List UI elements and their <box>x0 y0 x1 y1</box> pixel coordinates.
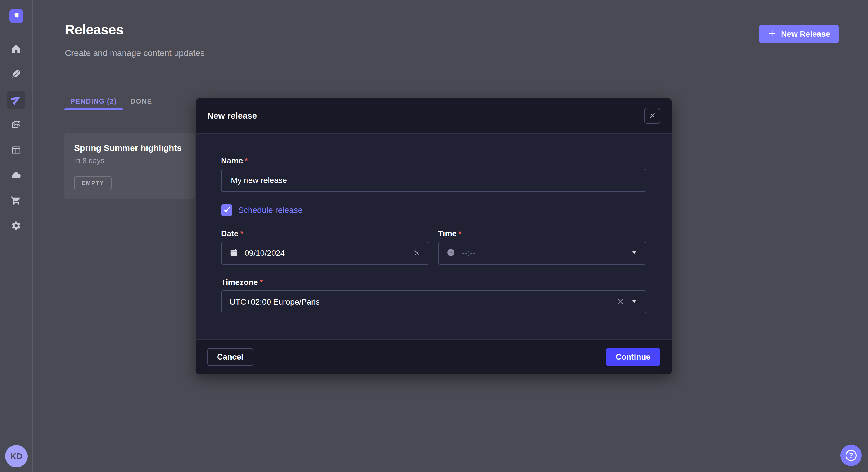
time-field-group: Time* --:-- <box>438 229 646 265</box>
schedule-release-label: Schedule release <box>238 206 303 215</box>
name-input[interactable] <box>221 169 646 192</box>
required-asterisk: * <box>240 229 243 238</box>
date-value: 09/10/2024 <box>245 248 285 258</box>
date-picker[interactable]: 09/10/2024 <box>221 242 429 265</box>
timezone-field-group: Timezone* UTC+02:00 Europe/Paris <box>221 278 646 313</box>
modal-footer: Cancel Continue <box>196 339 672 374</box>
modal-header: New release <box>196 98 672 134</box>
new-release-modal: New release Name* Schedule release <box>196 98 672 374</box>
schedule-release-toggle[interactable]: Schedule release <box>221 204 646 216</box>
time-label: Time* <box>438 229 646 238</box>
clear-icon <box>413 249 421 258</box>
clear-icon <box>617 298 625 307</box>
close-button[interactable] <box>644 108 660 124</box>
date-label: Date* <box>221 229 429 238</box>
required-asterisk: * <box>458 229 462 238</box>
timezone-clear-button[interactable] <box>617 298 625 307</box>
help-button[interactable]: ? <box>840 445 862 466</box>
modal-body: Name* Schedule release Date* <box>196 134 672 339</box>
name-field-group: Name* <box>221 156 646 192</box>
timezone-label: Timezone* <box>221 278 646 287</box>
close-icon <box>648 112 656 120</box>
time-picker[interactable]: --:-- <box>438 242 646 265</box>
check-icon <box>222 205 231 215</box>
chevron-down-icon <box>631 298 638 306</box>
date-clear-button[interactable] <box>413 249 421 258</box>
date-field-group: Date* 09/10/2024 <box>221 229 429 265</box>
chevron-down-icon <box>631 249 638 257</box>
timezone-value: UTC+02:00 Europe/Paris <box>229 297 320 307</box>
date-time-row: Date* 09/10/2024 Tim <box>221 229 646 265</box>
timezone-select[interactable]: UTC+02:00 Europe/Paris <box>221 291 646 313</box>
calendar-icon <box>229 248 238 258</box>
name-label: Name* <box>221 156 646 165</box>
time-placeholder: --:-- <box>462 248 476 258</box>
modal-title: New release <box>207 111 257 121</box>
required-asterisk: * <box>245 156 248 165</box>
clock-icon <box>446 248 455 258</box>
continue-button[interactable]: Continue <box>606 348 660 366</box>
required-asterisk: * <box>260 278 263 287</box>
cancel-button[interactable]: Cancel <box>207 348 253 366</box>
checkbox-checked[interactable] <box>221 204 232 216</box>
question-mark-icon: ? <box>846 450 857 461</box>
